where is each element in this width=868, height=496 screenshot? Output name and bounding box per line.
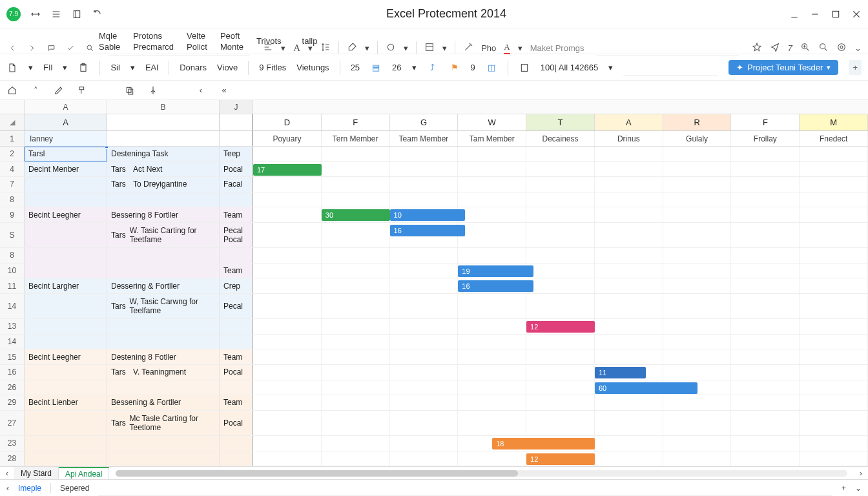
cell-c[interactable]: Teep (220, 147, 253, 161)
cell-b[interactable] (107, 248, 220, 263)
sub-col-0[interactable]: Poyuary (253, 131, 322, 146)
wand-icon[interactable] (463, 42, 473, 54)
row-gutter[interactable]: 2 (0, 147, 25, 161)
cell-b[interactable]: TarsW. Tasic Carting for Teetfame (107, 223, 220, 247)
layout-icon[interactable] (424, 42, 435, 54)
row-gutter[interactable]: 16 (0, 365, 25, 380)
row-gutter-corner[interactable]: ◢ (0, 114, 25, 130)
cell-b[interactable]: Bessering 8 Fortller (107, 207, 220, 222)
cell-a[interactable] (25, 223, 107, 247)
search-icon[interactable] (84, 42, 96, 54)
gantt-area[interactable]: 19 (253, 264, 868, 278)
target-icon[interactable] (836, 42, 847, 54)
cell-a[interactable]: Tarsl (25, 147, 107, 161)
chart-icon[interactable]: ◫ (486, 62, 497, 74)
cell-b[interactable]: TarsTo Dreyigantine (107, 177, 220, 192)
gantt-area[interactable] (253, 349, 868, 364)
status-sepered[interactable]: Sepered (60, 484, 89, 493)
gantt-bar[interactable]: 60 (595, 382, 698, 394)
hamburger-icon[interactable] (50, 8, 62, 20)
ribbon-filters[interactable]: 9 Fitles (259, 63, 286, 72)
row-gutter[interactable]: 23 (0, 436, 25, 451)
hscroll-thumb[interactable] (116, 470, 518, 477)
sheet-tab-2[interactable]: Api Andeal (59, 467, 109, 479)
cell-c[interactable]: Pocal (220, 162, 253, 177)
line-height-icon[interactable] (320, 42, 331, 54)
row-gutter[interactable]: 9 (0, 207, 25, 222)
chevron-down-icon[interactable]: ⌄ (854, 43, 862, 53)
gantt-area[interactable]: 16 (253, 223, 868, 247)
nav-arrows-icon[interactable] (30, 8, 41, 20)
spark-icon[interactable]: ⤴ (427, 62, 439, 74)
page-icon[interactable] (519, 62, 530, 74)
star-icon[interactable] (752, 42, 762, 54)
toolbar-pho[interactable]: Pho (481, 43, 496, 53)
row-gutter[interactable]: 14 (0, 294, 25, 318)
cell-a[interactable] (25, 319, 107, 334)
ribbon-eal[interactable]: EAl (145, 63, 158, 72)
menu-velte[interactable]: Velte (181, 31, 212, 41)
gantt-area[interactable] (253, 177, 868, 192)
gantt-bar[interactable]: 18 (492, 438, 595, 450)
cell-a[interactable] (25, 451, 107, 466)
frozen-col-a[interactable]: A (25, 114, 107, 130)
cell-c[interactable] (220, 380, 253, 395)
ribbon-vietungs[interactable]: Vietungs (296, 63, 329, 72)
cell-b[interactable]: Bessening & Fortller (107, 395, 220, 410)
sub-col-3[interactable]: Tam Member (458, 131, 526, 146)
cell-b[interactable] (107, 451, 220, 466)
maximize-icon[interactable] (831, 9, 841, 19)
cell-c[interactable]: Crep (220, 278, 253, 293)
row-gutter[interactable]: 4 (0, 162, 25, 177)
chat-icon[interactable] (45, 42, 57, 54)
flag-icon[interactable]: ⚑ (449, 62, 460, 74)
frozen-col-f-1[interactable]: F (322, 114, 390, 130)
sub-col-1[interactable]: Tern Member (322, 131, 390, 146)
circle-icon[interactable] (386, 42, 396, 54)
menu-protons[interactable]: Protons (128, 31, 179, 41)
row-gutter[interactable]: 26 (0, 380, 25, 395)
gantt-bar[interactable]: 16 (390, 225, 465, 236)
cell-a[interactable] (25, 436, 107, 451)
col-letter-b[interactable]: B (107, 100, 220, 114)
chevron-up-icon[interactable]: ˄ (30, 85, 41, 96)
cell-c[interactable]: Team (220, 264, 253, 278)
gantt-area[interactable]: 18 (253, 436, 868, 451)
sub-col-4[interactable]: Decainess (526, 131, 595, 146)
cell-c[interactable]: Pocal (220, 365, 253, 380)
cell-b[interactable] (107, 380, 220, 395)
gantt-bar[interactable]: 17 (253, 164, 322, 176)
cell-a[interactable]: Decint Menber (25, 162, 107, 177)
cell-a[interactable] (25, 411, 107, 435)
row-gutter[interactable]: 14 (0, 335, 25, 349)
pin-icon[interactable] (147, 85, 159, 96)
cell-c[interactable]: Team (220, 349, 253, 364)
frozen-col-g-2[interactable]: G (390, 114, 459, 130)
cell-a[interactable]: Becint Leegher (25, 207, 107, 222)
menu-peoft[interactable]: Peoft (215, 31, 249, 41)
ribbon-num2[interactable]: 26 (392, 63, 401, 72)
gantt-area[interactable]: 12 (253, 451, 868, 466)
cell-c[interactable]: Facal (220, 177, 253, 192)
cell-b[interactable] (107, 335, 220, 349)
gantt-area[interactable] (253, 411, 868, 435)
sub-col-5[interactable]: Drinus (595, 131, 663, 146)
check-icon[interactable] (65, 42, 76, 54)
hscroll-track[interactable] (116, 470, 847, 477)
frozen-col-a-5[interactable]: A (595, 114, 663, 130)
gantt-bar[interactable]: 19 (458, 265, 533, 277)
row-gutter[interactable]: 8 (0, 248, 25, 263)
col-letter-a[interactable]: A (25, 100, 107, 114)
cell-a[interactable] (25, 248, 107, 263)
cell-a[interactable] (25, 380, 107, 395)
add-panel-button[interactable]: + (849, 60, 862, 75)
row-gutter[interactable]: 10 (0, 264, 25, 278)
ribbon-num1[interactable]: 25 (351, 63, 360, 72)
cell-c[interactable] (220, 319, 253, 334)
first-icon[interactable]: « (218, 85, 230, 96)
gantt-bar[interactable]: 16 (458, 280, 533, 292)
cell-b[interactable]: Dessering & Fortller (107, 278, 220, 293)
row-gutter[interactable]: 7 (0, 177, 25, 192)
status-imeple[interactable]: Imeple (18, 484, 41, 493)
ribbon-sil[interactable]: Sil (110, 63, 119, 72)
